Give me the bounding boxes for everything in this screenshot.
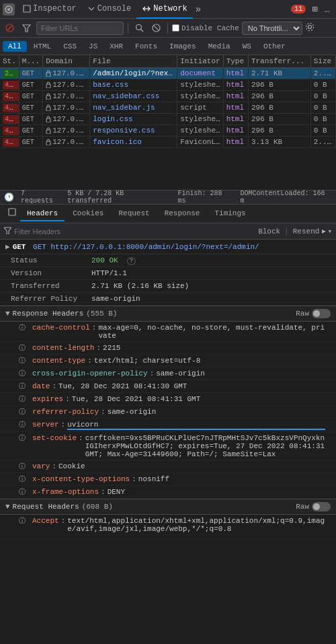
detail-tab-request[interactable]: Request bbox=[112, 207, 156, 221]
cell-domain: 127.0... bbox=[43, 102, 90, 114]
separator-1 bbox=[128, 23, 128, 34]
request-headers-raw-toggle[interactable] bbox=[312, 502, 331, 511]
header-info-icon[interactable]: ⓘ bbox=[19, 382, 28, 391]
cell-method: GET bbox=[19, 68, 42, 79]
col-method: M... bbox=[19, 55, 42, 68]
response-header-row: ⓘ content-length : 2215 bbox=[0, 342, 336, 355]
filter-tab-js[interactable]: JS bbox=[83, 41, 103, 52]
cell-file: /admin/login/?next=/admin/ bbox=[90, 68, 177, 79]
cell-file: favicon.ico bbox=[90, 137, 177, 148]
detail-tab-headers[interactable]: Headers bbox=[20, 207, 65, 221]
window-mode-btn[interactable]: ⊞ bbox=[308, 3, 321, 15]
detail-tab-checkbox[interactable] bbox=[5, 208, 19, 219]
cell-status: 404 bbox=[0, 79, 19, 91]
table-row[interactable]: 404 GET 127.0... base.css stylesheet htm… bbox=[0, 79, 336, 91]
cell-status: 404 bbox=[0, 137, 19, 148]
table-row[interactable]: 404 GET 127.0... nav_sidebar.js script h… bbox=[0, 102, 336, 114]
tab-network[interactable]: Network bbox=[136, 0, 192, 19]
filter-tab-ws[interactable]: WS bbox=[237, 41, 257, 52]
detail-tab-response[interactable]: Response bbox=[158, 207, 207, 221]
filter-tab-css[interactable]: CSS bbox=[58, 41, 82, 52]
filter-tab-all[interactable]: All bbox=[3, 41, 27, 52]
svg-marker-21 bbox=[4, 227, 11, 234]
header-info-icon[interactable]: ⓘ bbox=[19, 420, 28, 429]
transferred-value: 2.71 KB (2.16 KB size) bbox=[91, 282, 189, 290]
detail-tab-bar: Headers Cookies Request Response Timings bbox=[0, 205, 336, 223]
col-initiator: Initiator bbox=[177, 55, 223, 68]
detail-tab-cookies[interactable]: Cookies bbox=[66, 207, 110, 221]
filter-tab-fonts[interactable]: Fonts bbox=[130, 41, 163, 52]
table-row[interactable]: 404 GET 127.0... nav_sidebar.css stylesh… bbox=[0, 91, 336, 102]
cell-type: html bbox=[223, 91, 248, 102]
svg-point-7 bbox=[136, 25, 142, 30]
detail-tab-timings[interactable]: Timings bbox=[208, 207, 252, 221]
header-info-icon[interactable]: ⓘ bbox=[19, 323, 28, 332]
cell-type: html bbox=[223, 114, 248, 125]
header-info-icon[interactable]: ⓘ bbox=[19, 356, 28, 365]
filter-tab-media[interactable]: Media bbox=[203, 41, 236, 52]
svg-rect-15 bbox=[46, 96, 50, 100]
filter-tab-xhr[interactable]: XHR bbox=[104, 41, 128, 52]
table-row[interactable]: 404 GET 127.0... responsive.css styleshe… bbox=[0, 125, 336, 137]
disable-cache-label[interactable]: Disable Cache bbox=[172, 24, 239, 32]
header-info-icon[interactable]: ⓘ bbox=[19, 487, 28, 497]
resend-button[interactable]: Resend ▾ bbox=[293, 227, 332, 236]
status-help-icon[interactable]: ? bbox=[127, 257, 136, 265]
throttle-select[interactable]: No Throttli... bbox=[242, 22, 302, 35]
header-info-icon[interactable]: ⓘ bbox=[19, 516, 28, 526]
header-info-icon[interactable]: ⓘ bbox=[19, 407, 28, 417]
response-header-row: ⓘ date : Tue, 28 Dec 2021 08:41:30 GMT bbox=[0, 380, 336, 393]
response-header-row: ⓘ referrer-policy : same-origin bbox=[0, 406, 336, 419]
expand-icon[interactable]: ▶ bbox=[5, 242, 10, 251]
search-button[interactable] bbox=[132, 22, 146, 34]
more-tabs-btn[interactable]: » bbox=[193, 4, 204, 15]
header-info-icon[interactable]: ⓘ bbox=[19, 394, 28, 404]
filter-tab-images[interactable]: Images bbox=[164, 41, 202, 52]
network-request-table[interactable]: St. M... Domain File Initiator Type Tran… bbox=[0, 55, 336, 190]
filter-toggle-button[interactable] bbox=[19, 22, 34, 34]
header-info-icon[interactable]: ⓘ bbox=[19, 462, 28, 471]
filter-urls-input[interactable] bbox=[36, 22, 124, 35]
request-headers-raw[interactable]: Raw bbox=[296, 502, 331, 511]
header-info-icon[interactable]: ⓘ bbox=[19, 433, 28, 443]
filter-icon bbox=[4, 227, 11, 236]
header-info-icon[interactable]: ⓘ bbox=[19, 474, 28, 484]
filter-headers-input[interactable] bbox=[14, 227, 255, 236]
response-headers-raw-toggle[interactable] bbox=[312, 309, 331, 318]
tab-console[interactable]: Console bbox=[82, 0, 136, 19]
cell-method: GET bbox=[19, 125, 42, 137]
table-row[interactable]: 404 GET 127.0... login.css stylesheet ht… bbox=[0, 114, 336, 125]
table-row[interactable]: 404 GET 127.0... favicon.ico FaviconL...… bbox=[0, 137, 336, 148]
svg-marker-22 bbox=[322, 229, 326, 234]
col-file: File bbox=[90, 55, 177, 68]
response-headers-section[interactable]: ▼ Response Headers (555 B) Raw bbox=[0, 306, 336, 322]
referrer-label: Referrer Policy bbox=[11, 295, 91, 303]
filter-tab-other[interactable]: Other bbox=[258, 41, 291, 52]
cell-transfer: 296 B bbox=[248, 125, 310, 137]
disable-cache-checkbox[interactable] bbox=[172, 24, 179, 32]
svg-marker-6 bbox=[23, 25, 30, 32]
cell-transfer: 3.13 KB bbox=[248, 137, 310, 148]
clear-log-button[interactable] bbox=[3, 22, 17, 34]
more-options-btn[interactable]: … bbox=[321, 4, 333, 15]
network-settings-button[interactable] bbox=[305, 22, 314, 34]
block-button[interactable]: Block bbox=[258, 227, 280, 236]
col-status: St. bbox=[0, 55, 19, 68]
toggle-request-headers-icon: ▼ bbox=[5, 503, 10, 511]
response-header-row: ⓘ vary : Cookie bbox=[0, 460, 336, 473]
cell-type: html bbox=[223, 79, 248, 91]
tab-inspector[interactable]: Inspector bbox=[17, 0, 82, 19]
col-size: Size bbox=[310, 55, 335, 68]
cell-file: nav_sidebar.css bbox=[90, 91, 177, 102]
cell-file: nav_sidebar.js bbox=[90, 102, 177, 114]
block-requests-button[interactable] bbox=[149, 22, 163, 34]
header-info-icon[interactable]: ⓘ bbox=[19, 369, 28, 378]
cell-initiator: stylesheet bbox=[177, 114, 223, 125]
filter-tab-html[interactable]: HTML bbox=[28, 41, 56, 52]
header-info-icon[interactable]: ⓘ bbox=[19, 343, 28, 353]
response-headers-raw[interactable]: Raw bbox=[296, 309, 331, 318]
cell-method: GET bbox=[19, 114, 42, 125]
request-headers-section[interactable]: ▼ Request Headers (608 B) Raw bbox=[0, 499, 336, 515]
table-row[interactable]: 200 GET 127.0... /admin/login/?next=/adm… bbox=[0, 68, 336, 79]
svg-rect-14 bbox=[46, 84, 50, 88]
